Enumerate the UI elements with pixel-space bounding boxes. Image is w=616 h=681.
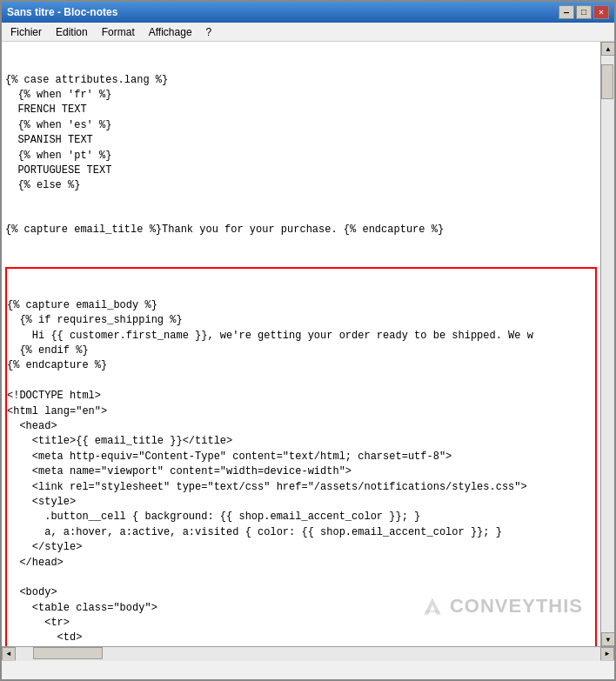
vertical-scrollbar[interactable]: ▲ ▼ [600, 42, 614, 646]
scroll-up-button[interactable]: ▲ [601, 42, 614, 56]
window-title: Sans titre - Bloc-notes [7, 6, 117, 18]
menu-fichier[interactable]: Fichier [3, 24, 49, 40]
scroll-down-button[interactable]: ▼ [601, 632, 614, 646]
menu-bar: Fichier Edition Format Affichage ? [2, 23, 614, 42]
menu-edition[interactable]: Edition [49, 24, 95, 40]
minimize-button[interactable]: — [559, 5, 574, 19]
scroll-thumb-v[interactable] [601, 64, 613, 99]
highlighted-code-block: {% capture email_body %} {% if requires_… [5, 267, 597, 646]
status-bar [2, 660, 614, 679]
scroll-left-button[interactable]: ◄ [2, 647, 16, 661]
scroll-thumb-h[interactable] [33, 647, 103, 659]
menu-help[interactable]: ? [199, 24, 219, 40]
window-controls: — □ ✕ [559, 5, 609, 19]
highlighted-code: {% capture email_body %} {% if requires_… [7, 298, 595, 646]
scroll-track-h[interactable] [16, 647, 600, 661]
title-bar: Sans titre - Bloc-notes — □ ✕ [2, 2, 614, 23]
horizontal-scrollbar-container[interactable]: ◄ ► [2, 646, 614, 660]
notepad-window: Sans titre - Bloc-notes — □ ✕ Fichier Ed… [0, 0, 616, 681]
code-pre-highlight: {% case attributes.lang %} {% when 'fr' … [5, 73, 597, 194]
menu-format[interactable]: Format [95, 24, 142, 40]
partial-line: {% capture email_title %}Thank you for y… [5, 223, 597, 237]
maximize-button[interactable]: □ [576, 5, 592, 19]
scroll-track-v[interactable] [601, 56, 614, 632]
close-button[interactable]: ✕ [593, 5, 609, 19]
menu-affichage[interactable]: Affichage [142, 24, 199, 40]
scroll-right-button[interactable]: ► [600, 647, 614, 661]
text-editor[interactable]: {% case attributes.lang %} {% when 'fr' … [2, 42, 600, 646]
